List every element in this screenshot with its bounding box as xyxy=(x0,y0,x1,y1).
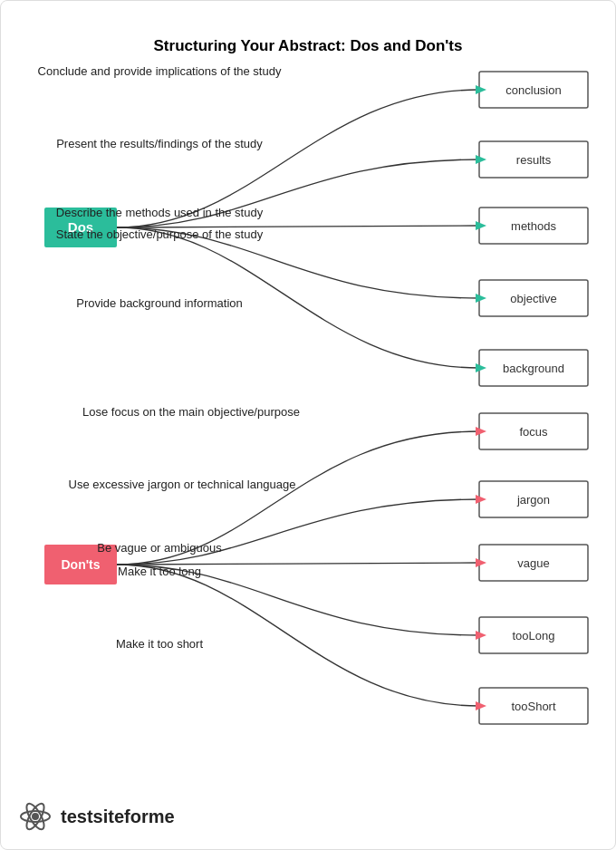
svg-text:Conclude and provide implicati: Conclude and provide implications of the… xyxy=(38,64,282,78)
svg-text:objective: objective xyxy=(510,292,556,305)
svg-text:background: background xyxy=(503,362,564,375)
footer-site: testsiteforme xyxy=(61,807,175,827)
svg-text:Provide background information: Provide background information xyxy=(76,296,243,310)
svg-text:State the objective/purpose of: State the objective/purpose of the study xyxy=(56,227,264,241)
svg-text:focus: focus xyxy=(519,425,548,439)
footer: testsiteforme xyxy=(19,800,175,833)
logo-icon xyxy=(19,800,52,833)
svg-text:methods: methods xyxy=(511,219,556,233)
diagram: Dos conclusion results methods objective… xyxy=(1,1,616,789)
svg-text:conclusion: conclusion xyxy=(505,83,561,97)
svg-text:vague: vague xyxy=(517,556,549,570)
svg-text:Make it too long: Make it too long xyxy=(118,565,201,578)
svg-text:Make it too short: Make it too short xyxy=(116,637,203,651)
svg-text:Be vague or ambiguous: Be vague or ambiguous xyxy=(97,541,222,555)
svg-text:Present the results/findings o: Present the results/findings of the stud… xyxy=(56,137,263,150)
svg-point-44 xyxy=(32,813,39,820)
svg-text:results: results xyxy=(516,153,552,167)
svg-text:Don'ts: Don'ts xyxy=(62,557,101,572)
svg-text:tooLong: tooLong xyxy=(513,629,555,642)
svg-text:Describe the methods used in t: Describe the methods used in the study xyxy=(56,206,264,219)
svg-text:jargon: jargon xyxy=(516,493,550,507)
svg-text:Lose focus on the main objecti: Lose focus on the main objective/purpose xyxy=(82,405,300,419)
svg-text:tooShort: tooShort xyxy=(511,700,556,713)
svg-text:Use excessive jargon or techni: Use excessive jargon or technical langua… xyxy=(69,478,296,491)
